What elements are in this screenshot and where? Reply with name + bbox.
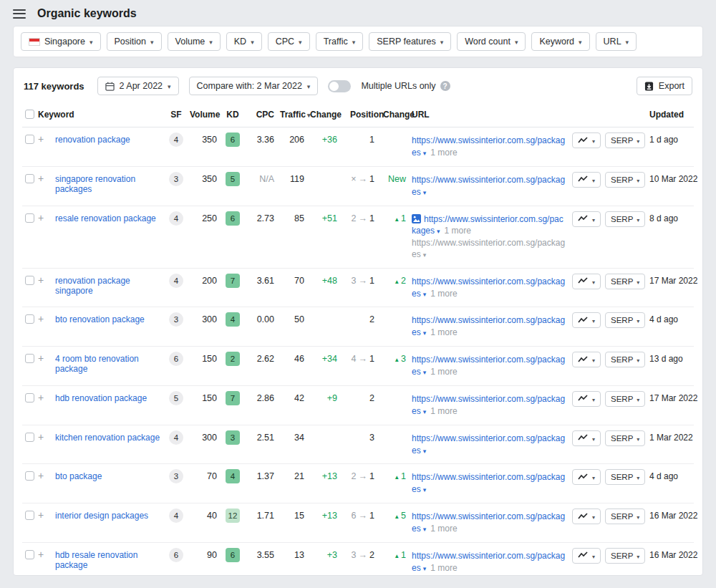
row-checkbox[interactable] xyxy=(25,314,34,324)
serp-button[interactable]: SERP xyxy=(605,172,645,188)
add-to-list-icon[interactable] xyxy=(38,212,44,223)
add-to-list-icon[interactable] xyxy=(38,392,44,403)
keyword-link[interactable]: hdb renovation package xyxy=(55,393,147,403)
url-link[interactable]: https://www.swissinterior.com.sg/package… xyxy=(412,175,565,197)
column-kd[interactable]: KD xyxy=(220,104,246,125)
chevron-down-icon[interactable] xyxy=(421,445,427,456)
keyword-link[interactable]: singapore renovation packages xyxy=(55,174,135,194)
keyword-link[interactable]: bto renovation package xyxy=(55,314,145,324)
row-checkbox[interactable] xyxy=(25,511,34,520)
position-history-button[interactable] xyxy=(572,352,601,367)
row-checkbox[interactable] xyxy=(25,135,34,144)
column-position-change[interactable]: Change xyxy=(377,104,409,125)
serp-button[interactable]: SERP xyxy=(605,274,645,289)
add-to-list-icon[interactable] xyxy=(38,173,44,184)
filter-kd[interactable]: KD xyxy=(226,32,262,51)
serp-button[interactable]: SERP xyxy=(605,312,645,328)
position-history-button[interactable] xyxy=(572,430,601,446)
position-history-button[interactable] xyxy=(572,172,601,188)
position-history-button[interactable] xyxy=(572,211,601,227)
serp-button[interactable]: SERP xyxy=(605,391,645,407)
filter-serp-features[interactable]: SERP features xyxy=(369,32,451,51)
filter-url[interactable]: URL xyxy=(596,32,637,51)
chevron-down-icon[interactable] xyxy=(421,524,427,534)
position-history-button[interactable] xyxy=(572,548,601,564)
chevron-down-icon[interactable] xyxy=(421,187,427,197)
position-history-button[interactable] xyxy=(572,391,601,407)
row-checkbox[interactable] xyxy=(25,354,34,363)
help-icon[interactable] xyxy=(440,81,450,91)
filter-volume[interactable]: Volume xyxy=(168,32,221,51)
position-history-button[interactable] xyxy=(572,132,601,148)
keyword-link[interactable]: kitchen renovation package xyxy=(55,433,160,443)
add-to-list-icon[interactable] xyxy=(38,313,44,324)
keyword-link[interactable]: hdb resale renovation package xyxy=(55,550,137,570)
multiple-urls-toggle[interactable] xyxy=(328,80,351,92)
serp-button[interactable]: SERP xyxy=(605,509,645,524)
column-keyword[interactable]: Keyword xyxy=(35,104,165,125)
position-history-button[interactable] xyxy=(572,312,601,328)
row-checkbox[interactable] xyxy=(25,174,34,183)
url-link[interactable]: https://www.swissinterior.com.sg/package… xyxy=(412,214,563,236)
add-to-list-icon[interactable] xyxy=(38,509,44,521)
column-position[interactable]: Position xyxy=(340,104,377,125)
position-history-button[interactable] xyxy=(572,274,601,289)
add-to-list-icon[interactable] xyxy=(38,431,44,443)
column-traffic-change[interactable]: Change xyxy=(307,104,340,125)
row-checkbox[interactable] xyxy=(25,471,34,481)
column-url[interactable]: URL xyxy=(409,104,569,125)
add-to-list-icon[interactable] xyxy=(38,549,44,560)
keyword-link[interactable]: renovation package xyxy=(55,135,130,145)
serp-button[interactable]: SERP xyxy=(605,211,645,227)
export-button[interactable]: Export xyxy=(637,77,692,95)
more-urls-link[interactable]: 1 more xyxy=(430,289,457,299)
add-to-list-icon[interactable] xyxy=(38,274,44,286)
chevron-down-icon[interactable] xyxy=(421,148,427,158)
keyword-link[interactable]: 4 room bto renovation package xyxy=(55,354,139,374)
more-urls-link[interactable]: 1 more xyxy=(430,524,457,534)
column-volume[interactable]: Volume xyxy=(187,104,220,125)
chevron-down-icon[interactable] xyxy=(421,327,427,337)
more-urls-link[interactable]: 1 more xyxy=(430,148,457,158)
position-history-button[interactable] xyxy=(572,509,601,524)
more-urls-link[interactable]: 1 more xyxy=(430,367,457,377)
chevron-down-icon[interactable] xyxy=(421,289,427,299)
chevron-down-icon[interactable] xyxy=(421,367,427,377)
row-checkbox[interactable] xyxy=(25,393,34,403)
filter-keyword[interactable]: Keyword xyxy=(531,32,589,51)
filter-cpc[interactable]: CPC xyxy=(268,32,310,51)
column-updated[interactable]: Updated xyxy=(647,104,697,125)
filter-position[interactable]: Position xyxy=(107,32,162,51)
keyword-link[interactable]: resale renovation package xyxy=(55,213,156,223)
filter-traffic[interactable]: Traffic xyxy=(316,32,364,51)
url-link[interactable]: https://www.swissinterior.com.sg/package… xyxy=(412,433,565,456)
chevron-down-icon[interactable] xyxy=(421,563,427,573)
more-urls-link[interactable]: 1 more xyxy=(430,406,457,416)
row-checkbox[interactable] xyxy=(25,213,34,223)
add-to-list-icon[interactable] xyxy=(38,470,44,481)
add-to-list-icon[interactable] xyxy=(38,352,44,364)
column-sf[interactable]: SF xyxy=(165,104,187,125)
more-urls-link[interactable]: 1 more xyxy=(430,327,457,337)
serp-button[interactable]: SERP xyxy=(605,469,645,485)
row-checkbox[interactable] xyxy=(25,433,34,442)
filter-singapore[interactable]: Singapore xyxy=(21,32,101,51)
serp-button[interactable]: SERP xyxy=(605,548,645,564)
keyword-link[interactable]: interior design packages xyxy=(55,511,148,521)
serp-button[interactable]: SERP xyxy=(605,132,645,148)
position-history-button[interactable] xyxy=(572,469,601,485)
serp-button[interactable]: SERP xyxy=(605,352,645,367)
row-checkbox[interactable] xyxy=(25,276,34,285)
keyword-link[interactable]: renovation package singapore xyxy=(55,276,130,296)
compare-with-button[interactable]: Compare with: 2 Mar 2022 xyxy=(189,77,319,95)
chevron-down-icon[interactable] xyxy=(435,226,440,236)
column-traffic[interactable]: Traffic xyxy=(277,104,307,125)
row-checkbox[interactable] xyxy=(25,550,34,559)
more-urls-link[interactable]: 1 more xyxy=(430,563,457,573)
date-picker-button[interactable]: 2 Apr 2022 xyxy=(97,77,179,95)
more-urls-link[interactable]: 1 more xyxy=(445,226,471,236)
select-all-checkbox[interactable] xyxy=(25,110,34,119)
column-cpc[interactable]: CPC xyxy=(246,104,277,125)
serp-button[interactable]: SERP xyxy=(605,430,645,446)
add-to-list-icon[interactable] xyxy=(38,133,44,145)
